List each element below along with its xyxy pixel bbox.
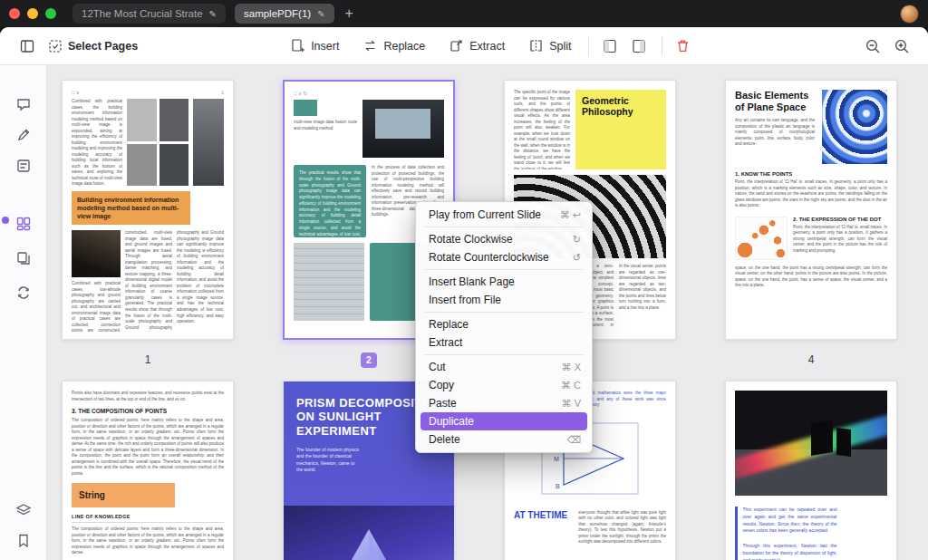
select-pages-button[interactable]: Select Pages [48,39,138,53]
delete-page-button[interactable] [675,38,691,53]
menu-item-extract[interactable]: Extract [416,333,592,352]
page-heading-banner: Building environment information modelin… [72,191,190,225]
page-layout-left-button[interactable] [602,38,618,54]
menu-item-label: Paste [429,397,457,410]
page-text: The composition of ordered points: here … [72,418,224,477]
new-tab-button[interactable]: + [345,6,353,21]
page-thumbnail-1[interactable]: □ ∨ 1 Combined with practical cases, the… [62,80,234,340]
close-button[interactable] [9,8,20,19]
sidebar-toggle-button[interactable] [19,38,35,54]
prism-photo-placeholder [284,506,454,560]
select-pages-icon [48,39,63,53]
zoom-in-button[interactable] [894,38,910,54]
convert-icon [15,285,32,301]
zoom-in-icon [894,38,910,54]
page-cell-8: This experiment can be repeated over and… [725,381,897,560]
menu-item-insert-blank-page[interactable]: Insert Blank Page [416,273,592,291]
photo-placeholder [127,99,157,141]
extract-label: Extract [469,40,505,53]
tab-document-1[interactable]: 12The Most Crucial Strate ✎ [72,4,226,24]
blue-accent-bar [735,507,738,560]
select-pages-label: Select Pages [68,40,138,53]
page-text: Point, the interpretation of 'Ci Hai' is… [793,225,887,255]
menu-item-label: Insert from File [429,294,501,306]
sidebar-item-organize-pages[interactable] [12,212,35,236]
menu-item-paste[interactable]: Paste ⌘ V [416,394,592,412]
page-heading: AT THETIME [514,510,567,520]
menu-item-duplicate-highlighted[interactable]: Duplicate [420,412,587,430]
menu-separator [425,312,583,313]
sidebar-item-bookmark[interactable] [12,529,35,553]
insert-icon [290,38,305,53]
sidebar-item-annotation[interactable] [12,92,35,116]
menu-item-label: Rotate Counterclockwise [429,251,549,264]
page-thumbnail-8[interactable]: This experiment can be repeated over and… [725,381,897,560]
zoom-out-button[interactable] [865,38,881,54]
sidebar-item-convert[interactable] [12,281,35,304]
page-title: PRISM DECOMPOSITI ON SUNLIGHT EXPERIMENT [296,396,434,438]
insert-button[interactable]: Insert [290,38,339,53]
sidebar-item-layers[interactable] [12,498,35,522]
edit-pencil-icon [15,127,32,143]
menu-item-copy[interactable]: Copy ⌘ C [416,376,592,394]
menu-item-replace[interactable]: Replace [416,315,592,333]
menu-item-play-from-current-slide[interactable]: Play from Current Slide ⌘ ↩ [416,206,592,224]
page-thumbnail-4[interactable]: Basic Elements of Plane Space Any art co… [725,80,897,340]
menu-item-label: Duplicate [429,415,474,428]
combine-icon [15,250,32,266]
menu-item-cut[interactable]: Cut ⌘ X [416,358,592,376]
menu-item-label: Insert Blank Page [429,275,515,288]
page-text: The founder of modern physics and the fo… [296,447,362,474]
page-text: multi-view image data fusion route and m… [294,120,357,131]
menu-item-delete[interactable]: Delete ⌫ [416,430,592,449]
photo-placeholder [362,100,444,158]
left-sidebar [0,65,47,560]
menu-item-rotate-counterclockwise[interactable]: Rotate Counterclockwise ↺ [416,248,592,266]
page-cell-1: □ ∨ 1 Combined with practical cases, the… [62,80,234,369]
page-text: Combined with practical cases, the build… [72,99,122,186]
minimize-button[interactable] [27,8,38,19]
avatar[interactable] [900,5,919,24]
photo-placeholder [193,99,224,186]
prism-dark-photo-placeholder [735,391,887,496]
menu-item-rotate-clockwise[interactable]: Rotate Clockwise ↻ [416,230,592,248]
toolbar-divider [588,36,589,56]
page-layout-right-button[interactable] [631,38,647,54]
menu-item-shortcut: ⌫ [566,434,581,446]
replace-icon [362,38,378,53]
active-tool-indicator [2,217,9,224]
page-text: Point, the interpretation of 'Ci Hai' is… [735,179,887,209]
photo-placeholder [294,243,364,321]
page-text: The specific point of the image can be e… [514,90,570,169]
prism-graphic [292,509,446,560]
sidebar-item-edit[interactable] [12,123,35,147]
slide-header-marks: □ ∨ ↻ [294,91,307,96]
page-text: constructed, multi-view image data are f… [125,230,172,332]
sidebar-toggle-icon [19,38,35,54]
annotation-icon [15,96,32,112]
menu-item-insert-from-file[interactable]: Insert from File [416,291,592,309]
menu-item-label: Replace [429,318,469,331]
tab-document-2[interactable]: samplePDF(1) ✎ [235,4,334,24]
fullscreen-button[interactable] [45,8,56,19]
rotate-clockwise-icon: ↻ [573,234,581,246]
menu-item-shortcut: ⌘ V [562,398,581,410]
yellow-title-block: Geometric Philosophy [575,90,666,169]
prism-shape [836,428,851,457]
organize-pages-icon [15,216,32,232]
edit-pencil-icon: ✎ [317,9,324,19]
menu-item-label: Copy [429,379,454,391]
page-thumbnail-5[interactable]: Points also have dominant and recessive … [62,381,234,560]
insert-label: Insert [311,40,339,53]
section-heading: 3. THE COMPOSITION OF POINTS [72,408,224,414]
menu-item-label: Rotate Clockwise [429,233,513,246]
prism-shape [811,420,833,456]
replace-button[interactable]: Replace [362,38,425,53]
sidebar-item-combine[interactable] [12,246,35,270]
teal-block: The practical results show that through … [294,165,366,237]
page-text: This experiment can be repeated over and… [743,507,837,535]
sidebar-item-form[interactable] [12,154,35,178]
menu-item-shortcut: ⌘ C [561,380,581,391]
extract-button[interactable]: Extract [449,38,505,53]
split-button[interactable]: Split [528,38,571,53]
